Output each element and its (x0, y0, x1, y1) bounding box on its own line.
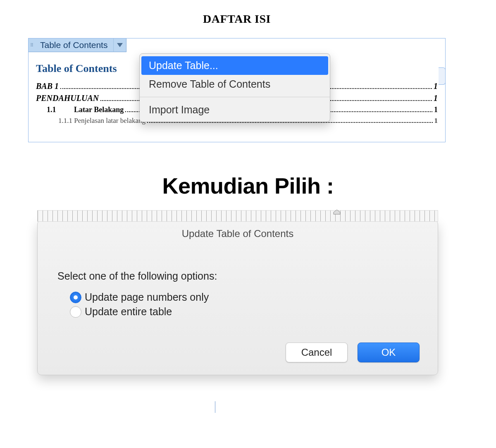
toc-entry-label: Latar Belakang (74, 105, 124, 114)
toc-entry-number: 1.1 (47, 105, 74, 114)
toc-entry-label: PENDAHULUAN (36, 93, 99, 103)
toc-entry-page: 1 (434, 117, 438, 125)
page-margin-guide (215, 401, 215, 413)
svg-marker-0 (117, 43, 123, 47)
toc-field[interactable]: ⠿ Table of Contents Table of Contents BA… (28, 38, 446, 142)
toc-field-tab[interactable]: ⠿ Table of Contents (28, 38, 126, 52)
toc-entry-label: BAB 1 (36, 81, 59, 91)
menu-item-update-table[interactable]: Update Table... (141, 56, 328, 75)
toc-entry-label: Penjelasan latar belakang (74, 117, 145, 125)
chevron-down-icon (117, 43, 123, 47)
document-heading: DAFTAR ISI (28, 12, 446, 26)
radio-option-page-numbers[interactable]: Update page numbers only (70, 291, 418, 303)
cancel-button[interactable]: Cancel (286, 343, 348, 362)
field-resize-handle[interactable] (439, 67, 446, 85)
dialog-prompt: Select one of the following options: (57, 270, 418, 282)
update-toc-dialog: Update Table of Contents Select one of t… (37, 220, 438, 375)
radio-icon[interactable] (70, 306, 81, 318)
dialog-title: Update Table of Contents (38, 220, 438, 246)
radio-label: Update entire table (85, 306, 172, 318)
ok-button[interactable]: OK (358, 343, 420, 362)
radio-option-entire-table[interactable]: Update entire table (70, 306, 418, 318)
radio-label: Update page numbers only (85, 291, 209, 303)
toc-entry-page: 1 (434, 81, 438, 91)
ruler-indent-marker-icon[interactable] (333, 210, 341, 215)
document-ruler[interactable] (37, 210, 438, 222)
instruction-caption: Kemudian Pilih : (0, 173, 496, 199)
dialog-section: Update Table of Contents Select one of t… (37, 210, 438, 375)
toc-entry-page: 1 (434, 93, 438, 103)
toc-section: DAFTAR ISI ⠿ Table of Contents Table of … (28, 12, 446, 142)
toc-tab-dropdown-button[interactable] (113, 38, 126, 52)
toc-tab-grip-icon[interactable]: ⠿ (28, 38, 36, 52)
menu-item-remove-toc[interactable]: Remove Table of Contents (140, 75, 330, 93)
svg-marker-1 (334, 210, 340, 214)
toc-entry-number: 1.1.1 (58, 117, 72, 125)
toc-entry-page: 1 (434, 105, 438, 114)
toc-tab-label: Table of Contents (36, 38, 113, 52)
menu-item-import-image[interactable]: Import Image (140, 101, 330, 119)
menu-separator (140, 97, 330, 97)
radio-icon[interactable] (70, 292, 81, 303)
toc-context-menu: Update Table... Remove Table of Contents… (139, 53, 330, 122)
